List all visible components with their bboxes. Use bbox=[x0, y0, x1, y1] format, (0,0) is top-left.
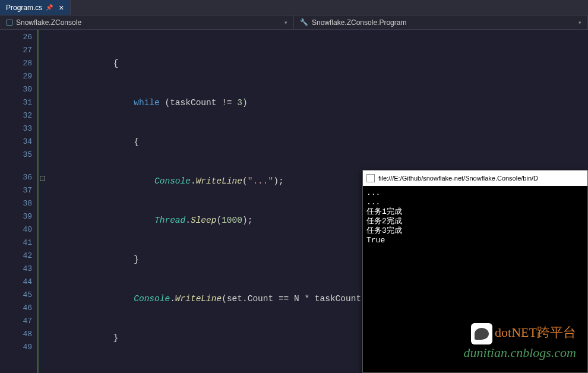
line-number: 30 bbox=[0, 83, 37, 96]
chevron-down-icon[interactable]: ▾ bbox=[578, 20, 581, 26]
namespace-icon: 🞎 bbox=[6, 19, 12, 26]
console-title-text: file:///E:/Github/snowflake-net/Snowflak… bbox=[378, 175, 538, 182]
breadcrumb-left-label: Snowflake.ZConsole bbox=[16, 18, 81, 27]
line-number: 48 bbox=[0, 328, 37, 341]
line-number: 41 bbox=[0, 236, 37, 249]
line-number: 27 bbox=[0, 44, 37, 57]
line-number: 40 bbox=[0, 223, 37, 236]
line-number: 31 bbox=[0, 96, 37, 109]
tab-bar: Program.cs 📌 × bbox=[0, 0, 588, 15]
console-titlebar[interactable]: file:///E:/Github/snowflake-net/Snowflak… bbox=[363, 170, 587, 186]
line-number: 46 bbox=[0, 302, 37, 315]
line-number: 47 bbox=[0, 315, 37, 328]
line-number: 42 bbox=[0, 249, 37, 263]
tab-filename: Program.cs bbox=[6, 4, 42, 12]
console-output[interactable]: ... ... 任务1完成 任务2完成 任务3完成 True bbox=[363, 186, 587, 248]
breadcrumb-class[interactable]: 🔧 Snowflake.ZConsole.Program ▾ bbox=[294, 15, 588, 29]
line-number: 45 bbox=[0, 289, 37, 302]
pin-icon[interactable]: 📌 bbox=[46, 4, 53, 11]
breadcrumb-right-label: Snowflake.ZConsole.Program bbox=[312, 18, 406, 27]
app-icon bbox=[366, 174, 375, 182]
line-number: 26 bbox=[0, 31, 37, 44]
line-number: 35 bbox=[0, 148, 37, 162]
fold-minus-icon[interactable]: - bbox=[40, 176, 45, 181]
breadcrumb-bar: 🞎 Snowflake.ZConsole ▾ 🔧 Snowflake.ZCons… bbox=[0, 15, 588, 30]
line-number: 28 bbox=[0, 57, 37, 70]
chevron-down-icon[interactable]: ▾ bbox=[284, 20, 287, 26]
line-number: 34 bbox=[0, 135, 37, 148]
breadcrumb-namespace[interactable]: 🞎 Snowflake.ZConsole ▾ bbox=[0, 15, 294, 29]
line-number: 36 bbox=[0, 171, 37, 184]
line-number: 33 bbox=[0, 122, 37, 135]
line-number bbox=[0, 162, 37, 171]
console-window: file:///E:/Github/snowflake-net/Snowflak… bbox=[362, 170, 588, 373]
line-number: 44 bbox=[0, 276, 37, 289]
class-icon: 🔧 bbox=[300, 18, 308, 26]
file-tab[interactable]: Program.cs 📌 × bbox=[0, 0, 71, 15]
line-number: 38 bbox=[0, 197, 37, 210]
line-number: 37 bbox=[0, 184, 37, 197]
line-number: 49 bbox=[0, 341, 37, 354]
line-number-gutter: 26 27 28 29 30 31 32 33 34 35 36 37 38 3… bbox=[0, 30, 37, 373]
line-number: 39 bbox=[0, 210, 37, 223]
fold-margin: - bbox=[37, 30, 46, 373]
code-text: { bbox=[51, 59, 118, 68]
line-number: 43 bbox=[0, 263, 37, 276]
line-number: 29 bbox=[0, 70, 37, 83]
line-number: 32 bbox=[0, 109, 37, 122]
close-icon[interactable]: × bbox=[59, 3, 64, 12]
